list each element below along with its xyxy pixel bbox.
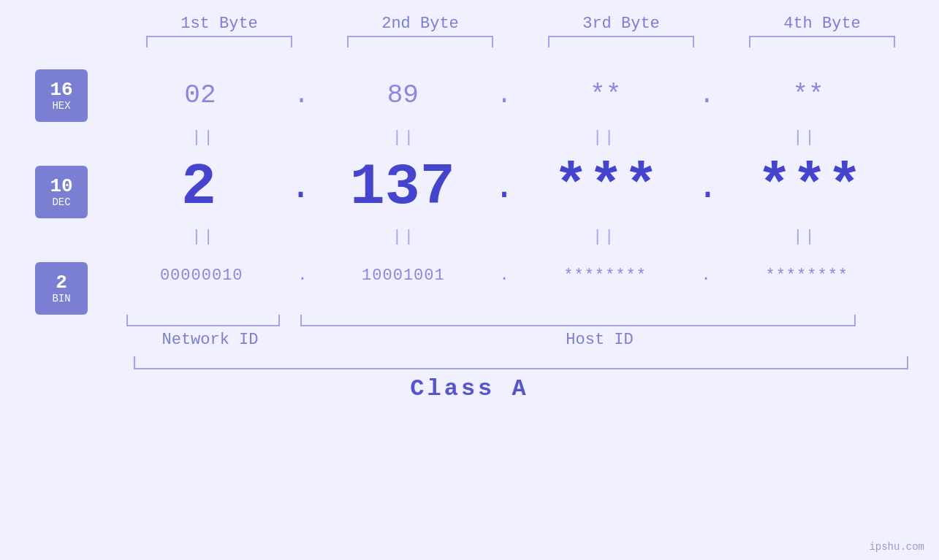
byte2-header: 2nd Byte — [340, 15, 501, 33]
bin-label: BIN — [52, 294, 70, 304]
class-label: Class A — [410, 375, 528, 402]
bin-b1: 00000010 — [129, 266, 275, 285]
eq2-b2: || — [331, 228, 477, 246]
hex-dot1: . — [294, 80, 310, 110]
eq2-b1: || — [131, 228, 277, 246]
network-id-label: Network ID — [119, 331, 302, 349]
hex-number: 16 — [50, 80, 72, 101]
dec-b3: *** — [533, 154, 679, 220]
watermark: ipshu.com — [869, 541, 924, 553]
bracket-byte3 — [548, 36, 694, 47]
bin-badge: 2 BIN — [35, 262, 88, 315]
dec-number: 10 — [50, 176, 72, 197]
main-container: 1st Byte 2nd Byte 3rd Byte 4th Byte 16 H… — [0, 0, 939, 560]
bracket-byte2 — [347, 36, 493, 47]
hex-badge: 16 HEX — [35, 69, 88, 122]
eq1-b4: || — [731, 129, 878, 147]
hex-dot2: . — [496, 80, 512, 110]
hex-label: HEX — [52, 101, 70, 112]
bin-dot1: . — [297, 266, 307, 285]
bin-b4: ******** — [734, 266, 880, 285]
base-labels: 16 HEX 10 DEC 2 BIN — [35, 69, 88, 315]
dec-badge: 10 DEC — [35, 166, 88, 218]
bracket-byte4 — [749, 36, 895, 47]
eq1-b3: || — [531, 129, 677, 147]
dec-row: 2 . 137 . *** . *** — [117, 150, 892, 223]
dec-b1: 2 — [126, 154, 272, 220]
bin-dot3: . — [702, 266, 711, 285]
id-labels-row: Network ID Host ID — [119, 331, 923, 349]
hex-row: 02 . 89 . ** . ** — [117, 66, 892, 124]
byte3-header: 3rd Byte — [541, 15, 702, 33]
eq2-b4: || — [731, 228, 878, 246]
bin-dot2: . — [499, 266, 509, 285]
content-area: 16 HEX 10 DEC 2 BIN 02 . 89 . ** . ** — [0, 55, 939, 315]
hex-b4: ** — [735, 80, 881, 110]
bin-row: 00000010 . 10001001 . ******** . *******… — [117, 250, 892, 301]
hex-dot3: . — [699, 80, 715, 110]
dec-dot1: . — [289, 166, 311, 208]
values-grid: 02 . 89 . ** . ** || || || || 2 . — [117, 55, 939, 301]
bin-b2: 10001001 — [330, 266, 476, 285]
dec-b2: 137 — [330, 154, 476, 220]
bin-number: 2 — [56, 272, 67, 294]
host-id-label: Host ID — [322, 331, 878, 349]
host-bracket — [300, 315, 856, 326]
bottom-brackets-row — [119, 315, 923, 326]
bin-b3: ******** — [532, 266, 678, 285]
class-label-row: Class A — [0, 375, 939, 402]
dec-dot2: . — [493, 166, 515, 208]
dec-b4: *** — [737, 154, 883, 220]
network-bracket — [126, 315, 280, 326]
dec-label: DEC — [52, 197, 70, 208]
dec-dot3: . — [696, 166, 718, 208]
equals-row2: || || || || — [117, 223, 892, 250]
hex-b1: 02 — [127, 80, 273, 110]
hex-b3: ** — [533, 80, 679, 110]
byte1-header: 1st Byte — [139, 15, 300, 33]
eq1-b2: || — [331, 129, 477, 147]
top-bracket-row — [119, 36, 923, 47]
hex-b2: 89 — [330, 80, 476, 110]
eq1-b1: || — [131, 129, 277, 147]
eq2-b3: || — [531, 228, 677, 246]
class-line — [134, 356, 908, 369]
byte-headers: 1st Byte 2nd Byte 3rd Byte 4th Byte — [119, 15, 923, 33]
byte4-header: 4th Byte — [742, 15, 902, 33]
bracket-byte1 — [146, 36, 292, 47]
equals-row1: || || || || — [117, 124, 892, 150]
